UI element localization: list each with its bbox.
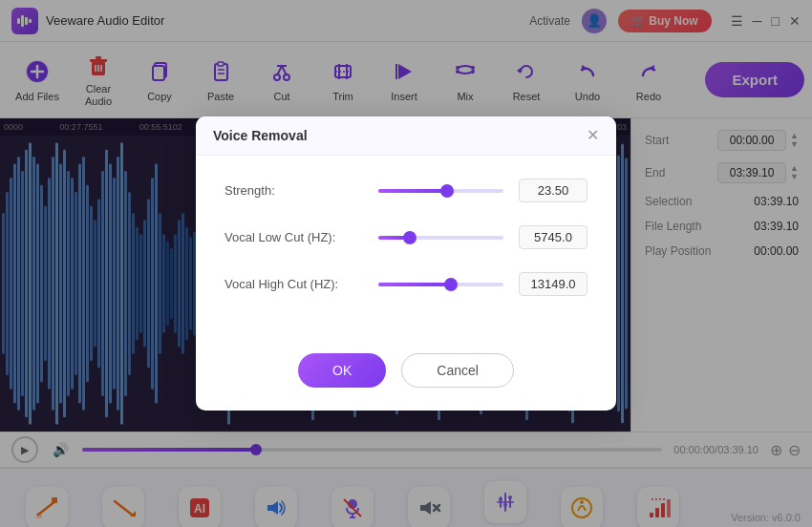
vocal-high-cut-fill <box>378 283 451 286</box>
strength-label: Strength: <box>224 183 363 198</box>
vocal-high-cut-label: Vocal High Cut (HZ): <box>224 277 363 291</box>
vocal-low-cut-slider[interactable] <box>378 236 503 240</box>
vocal-high-cut-thumb[interactable] <box>444 278 458 291</box>
modal-header: Voice Removal ✕ <box>196 116 616 156</box>
modal-ok-button[interactable]: OK <box>298 353 386 388</box>
modal-body: Strength: Vocal Low Cut (HZ): Vocal High… <box>196 156 616 342</box>
strength-value[interactable] <box>519 179 588 202</box>
vocal-high-cut-row: Vocal High Cut (HZ): <box>224 272 588 296</box>
modal-overlay: Voice Removal ✕ Strength: Vocal Low Cut … <box>0 0 812 527</box>
vocal-low-cut-row: Vocal Low Cut (HZ): <box>224 225 588 249</box>
modal-cancel-button[interactable]: Cancel <box>401 353 514 388</box>
strength-slider[interactable] <box>378 189 503 193</box>
vocal-high-cut-value[interactable] <box>519 272 588 296</box>
vocal-low-cut-thumb[interactable] <box>403 231 417 244</box>
modal-title: Voice Removal <box>213 128 308 143</box>
voice-removal-modal: Voice Removal ✕ Strength: Vocal Low Cut … <box>196 116 616 411</box>
strength-thumb[interactable] <box>440 184 454 198</box>
modal-close-button[interactable]: ✕ <box>587 128 599 143</box>
vocal-high-cut-slider[interactable] <box>378 283 503 286</box>
modal-footer: OK Cancel <box>196 342 616 411</box>
strength-row: Strength: <box>224 179 588 202</box>
strength-fill <box>378 189 447 193</box>
vocal-low-cut-label: Vocal Low Cut (HZ): <box>224 230 363 244</box>
vocal-low-cut-value[interactable] <box>519 225 588 249</box>
